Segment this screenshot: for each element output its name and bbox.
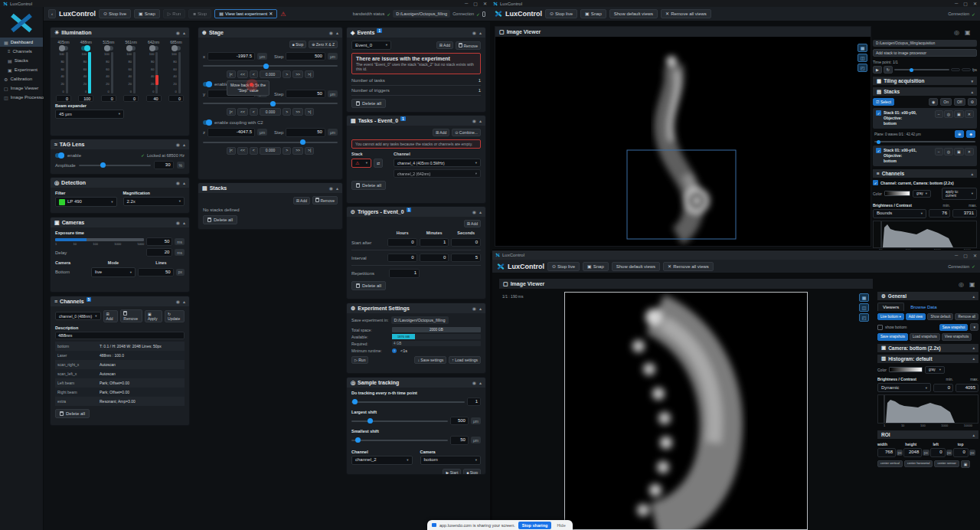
update-channel-button[interactable]: ↻ Update: [165, 310, 185, 322]
collapse-icon[interactable]: ▴: [183, 299, 185, 304]
delete-all-events-button[interactable]: Delete all: [351, 99, 386, 108]
show-default-views-button[interactable]: Show default views: [612, 262, 660, 271]
speed-field[interactable]: [962, 68, 971, 71]
view-xz-button[interactable]: ◫: [859, 303, 869, 312]
power-value[interactable]: 100: [78, 95, 93, 102]
max-value[interactable]: 3731: [952, 209, 977, 218]
magnification-select[interactable]: 2.2x▾: [123, 197, 185, 206]
exposure-value[interactable]: 50: [146, 237, 172, 246]
panel-options-icon[interactable]: ◉: [472, 380, 476, 385]
stage-zero-button[interactable]: ⊕ Zero X & Z: [309, 41, 338, 48]
bounds-select[interactable]: Dynamic▾: [877, 383, 931, 392]
task-channel-select[interactable]: channel_4 (405nm 0.5MHz)▾: [394, 159, 481, 167]
axis-position[interactable]: -1997.5: [207, 52, 255, 61]
snap-stack-button[interactable]: ◎: [944, 148, 953, 155]
collapse-icon[interactable]: ▴: [336, 185, 338, 191]
tracking-start-button[interactable]: ▶ Start: [443, 469, 461, 475]
interval-seconds[interactable]: 5: [451, 254, 481, 262]
jog-fwd-button[interactable]: >: [283, 147, 291, 155]
add-stack-to-processor-button[interactable]: Add stack to image processor: [873, 49, 977, 57]
back-button[interactable]: ‹: [48, 9, 56, 18]
panel-options-icon[interactable]: ◉: [176, 299, 180, 304]
power-value[interactable]: 0: [123, 95, 139, 102]
collapse-stack-button[interactable]: −: [935, 110, 943, 118]
largest-shift-value[interactable]: 500: [450, 417, 469, 425]
laser-toggle[interactable]: [104, 46, 113, 51]
all-off-button[interactable]: Off: [954, 98, 965, 106]
task-stack-select[interactable]: ⚠▾: [351, 159, 371, 168]
jog-fwd-button[interactable]: >: [283, 70, 291, 78]
step-value[interactable]: 50: [286, 128, 325, 136]
jog-value[interactable]: 0.000: [260, 70, 282, 78]
maximize-icon[interactable]: ▢: [473, 1, 478, 6]
panel-options-icon[interactable]: ◉: [472, 209, 476, 214]
tag-enable-toggle[interactable]: [55, 153, 64, 158]
amplitude-value[interactable]: 30: [154, 161, 174, 169]
lut-select[interactable]: gray▾: [925, 366, 945, 374]
experiment-save-path[interactable]: D:/Lavoigen/Octopus_filling: [391, 316, 449, 324]
laser-toggle[interactable]: [172, 46, 181, 51]
histogram[interactable]: [877, 394, 978, 424]
center-vertical-button[interactable]: center vertical: [877, 460, 903, 467]
tracking-every-value[interactable]: 1: [467, 398, 481, 406]
close-stack-button[interactable]: ✕: [965, 148, 974, 155]
tiling-acquisition-header[interactable]: ▦Tiling acquisition▾: [873, 77, 977, 85]
panel-options-icon[interactable]: ◉: [329, 185, 333, 191]
close-icon[interactable]: ✕: [973, 253, 977, 258]
stack-checkbox[interactable]: ✓: [876, 110, 881, 116]
step-value[interactable]: 50: [286, 90, 325, 98]
stack-checkbox[interactable]: ✓: [876, 148, 881, 153]
maximize-icon[interactable]: ▢: [963, 1, 968, 6]
collapse-icon[interactable]: ▴: [183, 220, 185, 225]
acquisition-path[interactable]: D:/Lavoigen/Octopus_filling/acquisition: [873, 40, 977, 47]
bulb-icon-button[interactable]: ◉: [929, 98, 938, 106]
collapse-stack-button[interactable]: −: [935, 148, 943, 155]
tracking-channel-select[interactable]: channel_2▾: [351, 456, 413, 465]
view-xy-button[interactable]: ▦: [858, 44, 867, 52]
run-button[interactable]: ▷Run: [163, 9, 186, 18]
bounds-select[interactable]: Bounds▾: [873, 209, 926, 218]
add-task-button[interactable]: ⊞ Add: [433, 129, 449, 136]
sidebar-item-dashboard[interactable]: ▦Dashboard: [0, 38, 43, 47]
roi-left[interactable]: 0: [930, 448, 946, 456]
delete-all-tasks-button[interactable]: Delete all: [351, 181, 386, 190]
add-channel-button[interactable]: ⊞ Add: [103, 310, 119, 322]
jog-start-button[interactable]: |<: [227, 70, 236, 78]
tab-viewers[interactable]: Viewers: [877, 303, 904, 311]
stop-live-button[interactable]: ⊙Stop live: [545, 9, 577, 18]
view-last-experiment-button[interactable]: ▤View last experiment✕: [214, 9, 277, 18]
stack-list-item[interactable]: ✓ Stack 01: x00-y01, Objective:bottom −◎…: [873, 146, 977, 166]
target-icon[interactable]: ◎: [954, 29, 959, 36]
panel-options-icon[interactable]: ◉: [176, 180, 180, 185]
sidebar-item-calibration[interactable]: ⚙Calibration: [0, 74, 43, 83]
remove-all-views-button[interactable]: ✕Remove all views: [661, 9, 711, 18]
add-event-button[interactable]: ⊞ Add: [436, 41, 453, 49]
filter-select[interactable]: LP 490▾: [55, 197, 117, 207]
loop-button[interactable]: ↻: [884, 66, 893, 74]
save-snapshots-button[interactable]: Save snapshots: [877, 333, 908, 340]
repetitions-value[interactable]: 1: [389, 269, 420, 277]
collapse-icon[interactable]: ▴: [479, 306, 482, 311]
remove-all-views-button[interactable]: ✕Remove all views: [663, 262, 714, 271]
target-icon[interactable]: ◎: [959, 281, 964, 288]
delay-value[interactable]: 20: [146, 248, 172, 257]
sidebar-item-experiment[interactable]: ▣Experiment: [0, 65, 43, 74]
jog-fast-fwd-button[interactable]: >>: [292, 70, 303, 78]
laser-toggle[interactable]: [81, 46, 90, 51]
roi-top[interactable]: 0: [953, 448, 969, 456]
max-value[interactable]: 4095: [956, 384, 978, 392]
collapse-icon[interactable]: ▴: [336, 30, 338, 35]
laser-toggle[interactable]: [149, 46, 158, 51]
jog-value[interactable]: 0.000: [260, 147, 282, 155]
sidebar-item-image-processor[interactable]: ◫Image Processor: [0, 93, 43, 102]
jog-end-button[interactable]: >|: [305, 147, 314, 155]
close-icon[interactable]: ✕: [483, 1, 487, 6]
tracking-camera-select[interactable]: bottom▾: [420, 456, 482, 465]
laser-toggle[interactable]: [126, 46, 136, 51]
jog-fast-fwd-button[interactable]: >>: [292, 147, 303, 155]
exposure-slider[interactable]: [55, 238, 144, 241]
lut-select[interactable]: gray▾: [913, 190, 931, 198]
tracking-every-slider[interactable]: [351, 401, 465, 403]
coupling-toggle[interactable]: [203, 120, 212, 125]
power-slider[interactable]: [178, 52, 181, 93]
